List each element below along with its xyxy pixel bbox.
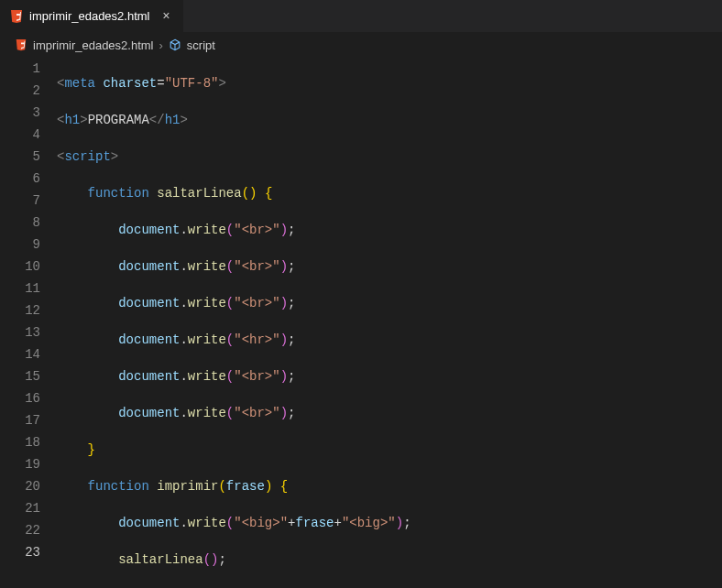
line-number: 19 [0, 453, 40, 475]
code-line: document.write("<br>"); [57, 365, 722, 387]
code-line: <h1>PROGRAMA</h1> [57, 109, 722, 131]
line-number: 20 [0, 475, 40, 497]
tab-bar: imprimir_edades2.html × [0, 0, 722, 32]
code-line: document.write("<big>"+frase+"<big>"); [57, 512, 722, 534]
breadcrumb-symbol: script [187, 38, 215, 52]
line-number: 23 [0, 541, 40, 563]
line-number: 16 [0, 387, 40, 409]
code-line: function imprimir(frase) { [57, 475, 722, 497]
close-icon[interactable]: × [159, 9, 174, 24]
code-line: } [57, 439, 722, 461]
code-line: saltarLinea(); [57, 549, 722, 571]
breadcrumb-file: imprimir_edades2.html [33, 38, 154, 52]
line-number: 8 [0, 212, 40, 234]
line-number: 14 [0, 343, 40, 365]
line-number: 18 [0, 431, 40, 453]
html-file-icon [15, 38, 27, 51]
code-line: <script> [57, 146, 722, 168]
line-number: 13 [0, 321, 40, 343]
line-number: 1 [0, 58, 40, 80]
line-number-gutter: 1 2 3 4 5 6 7 8 9 10 11 12 13 14 15 16 1… [0, 58, 57, 588]
line-number: 21 [0, 497, 40, 519]
code-line: function saltarLinea() { [57, 182, 722, 204]
code-content[interactable]: <meta charset="UTF-8"> <h1>PROGRAMA</h1>… [57, 58, 722, 588]
breadcrumb[interactable]: imprimir_edades2.html › script [0, 32, 722, 58]
line-number: 7 [0, 190, 40, 212]
line-number: 10 [0, 256, 40, 278]
line-number: 2 [0, 80, 40, 102]
line-number: 11 [0, 278, 40, 299]
line-number: 15 [0, 365, 40, 387]
chevron-right-icon: › [159, 38, 163, 52]
html-file-icon [9, 9, 24, 24]
code-line: document.write("<br>"); [57, 292, 722, 314]
line-number: 9 [0, 234, 40, 256]
line-number: 4 [0, 124, 40, 146]
code-line: <meta charset="UTF-8"> [57, 72, 722, 94]
code-line: document.write("<br>"); [57, 256, 722, 278]
code-editor[interactable]: 1 2 3 4 5 6 7 8 9 10 11 12 13 14 15 16 1… [0, 58, 722, 588]
line-number: 17 [0, 409, 40, 431]
line-number: 6 [0, 168, 40, 190]
code-line: document.write("<br>"); [57, 219, 722, 241]
tab-filename: imprimir_edades2.html [29, 9, 150, 23]
line-number: 12 [0, 299, 40, 321]
line-number: 22 [0, 519, 40, 541]
line-number: 5 [0, 146, 40, 168]
editor-tab[interactable]: imprimir_edades2.html × [0, 0, 184, 32]
line-number: 3 [0, 102, 40, 124]
code-line: document.write("<hr>"); [57, 329, 722, 351]
symbol-icon [169, 38, 181, 51]
code-line: document.write("<br>"); [57, 402, 722, 424]
